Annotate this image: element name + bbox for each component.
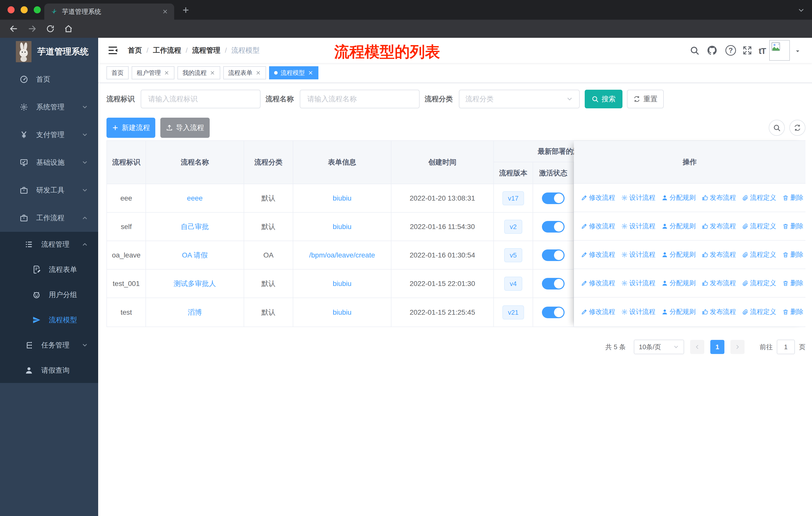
breadcrumb-item[interactable]: 工作流程: [153, 46, 181, 55]
op-delete-link[interactable]: 删除: [782, 279, 804, 288]
tab-search-chevron-icon[interactable]: [798, 6, 805, 14]
op-modify-link[interactable]: 修改流程: [581, 279, 615, 288]
op-delete-link[interactable]: 删除: [782, 193, 804, 202]
page-size-select[interactable]: 10条/页: [634, 340, 684, 354]
sidebar-item-leave-query[interactable]: 请假查询: [0, 358, 98, 383]
reset-button[interactable]: 重置: [627, 90, 664, 108]
page-number-current[interactable]: 1: [710, 340, 724, 354]
process-name-link[interactable]: OA 请假: [182, 250, 208, 260]
op-design-link[interactable]: 设计流程: [621, 307, 656, 316]
process-name-link[interactable]: eeee: [187, 194, 203, 202]
active-toggle[interactable]: [542, 192, 564, 204]
close-icon[interactable]: [164, 70, 169, 76]
app-logo[interactable]: 芋道管理系统: [0, 38, 98, 65]
sidebar-item-process-model[interactable]: 流程模型: [0, 307, 98, 332]
tag-tab-tenant[interactable]: 租户管理: [132, 66, 174, 79]
sidebar-item-home[interactable]: 首页: [0, 65, 98, 93]
import-process-button[interactable]: 导入流程: [160, 118, 210, 138]
close-window-button[interactable]: [7, 6, 14, 13]
sidebar-item-devtools[interactable]: 研发工具: [0, 176, 98, 204]
op-modify-link[interactable]: 修改流程: [581, 307, 615, 316]
op-design-link[interactable]: 设计流程: [621, 279, 656, 288]
form-info-link[interactable]: /bpm/oa/leave/create: [309, 251, 375, 259]
sidebar-fold-icon[interactable]: [107, 45, 118, 56]
op-definition-link[interactable]: 流程定义: [742, 193, 776, 202]
op-definition-link[interactable]: 流程定义: [742, 250, 776, 259]
op-modify-link[interactable]: 修改流程: [581, 250, 615, 259]
op-publish-link[interactable]: 发布流程: [702, 222, 736, 230]
avatar[interactable]: [769, 40, 790, 61]
help-icon[interactable]: ?: [725, 45, 736, 56]
op-assign-rule-link[interactable]: 分配规则: [662, 222, 696, 230]
process-id-input[interactable]: [141, 90, 261, 108]
close-icon[interactable]: [308, 70, 313, 76]
forward-icon[interactable]: [28, 24, 37, 33]
sidebar-item-workflow[interactable]: 工作流程: [0, 204, 98, 232]
op-design-link[interactable]: 设计流程: [621, 250, 656, 259]
tab-close-icon[interactable]: [162, 8, 168, 15]
form-info-link[interactable]: biubiu: [333, 308, 352, 317]
sidebar-item-infrastructure[interactable]: 基础设施: [0, 148, 98, 176]
op-delete-link[interactable]: 删除: [782, 307, 804, 316]
breadcrumb-item[interactable]: 首页: [128, 46, 142, 55]
active-toggle[interactable]: [542, 249, 564, 261]
active-toggle[interactable]: [542, 307, 564, 318]
tag-tab-process-form[interactable]: 流程表单: [223, 66, 266, 79]
form-info-link[interactable]: biubiu: [333, 194, 352, 202]
new-tab-button[interactable]: [182, 6, 190, 14]
close-icon[interactable]: [210, 70, 215, 76]
show-search-toggle-button[interactable]: [769, 120, 785, 136]
process-name-link[interactable]: 自己审批: [181, 222, 209, 232]
op-modify-link[interactable]: 修改流程: [581, 193, 615, 202]
refresh-table-button[interactable]: [789, 120, 806, 136]
op-definition-link[interactable]: 流程定义: [742, 307, 776, 316]
op-publish-link[interactable]: 发布流程: [702, 250, 736, 259]
sidebar-item-payment[interactable]: 支付管理: [0, 121, 98, 148]
home-icon[interactable]: [64, 24, 73, 33]
op-design-link[interactable]: 设计流程: [621, 222, 656, 230]
goto-page-input[interactable]: [777, 340, 795, 354]
avatar-caret-down-icon[interactable]: [794, 48, 801, 54]
breadcrumb-item[interactable]: 流程管理: [192, 46, 221, 55]
tag-tab-home[interactable]: 首页: [107, 66, 128, 79]
op-design-link[interactable]: 设计流程: [621, 193, 656, 202]
op-delete-link[interactable]: 删除: [782, 222, 804, 230]
process-name-link[interactable]: 测试多审批人: [174, 279, 216, 289]
op-publish-link[interactable]: 发布流程: [702, 279, 736, 288]
create-process-button[interactable]: 新建流程: [107, 118, 155, 138]
search-button[interactable]: 搜索: [585, 90, 622, 108]
reload-icon[interactable]: [46, 24, 55, 33]
op-definition-link[interactable]: 流程定义: [742, 222, 776, 230]
op-modify-link[interactable]: 修改流程: [581, 222, 615, 230]
sidebar-item-process-form[interactable]: 流程表单: [0, 257, 98, 282]
sidebar-item-system[interactable]: 系统管理: [0, 93, 98, 121]
maximize-window-button[interactable]: [34, 6, 41, 13]
sidebar-item-task-management[interactable]: 任务管理: [0, 332, 98, 358]
next-page-button[interactable]: [730, 340, 745, 354]
process-category-select[interactable]: 流程分类: [459, 90, 580, 108]
op-assign-rule-link[interactable]: 分配规则: [662, 307, 696, 316]
browser-tab[interactable]: 芋道管理系统: [44, 3, 174, 20]
close-icon[interactable]: [256, 70, 261, 76]
search-icon[interactable]: [690, 46, 699, 55]
back-icon[interactable]: [9, 24, 18, 33]
minimize-window-button[interactable]: [21, 6, 28, 13]
font-size-icon[interactable]: tT: [759, 46, 766, 56]
prev-page-button[interactable]: [690, 340, 704, 354]
tag-tab-my-process[interactable]: 我的流程: [177, 66, 220, 79]
op-assign-rule-link[interactable]: 分配规则: [662, 193, 696, 202]
op-assign-rule-link[interactable]: 分配规则: [662, 279, 696, 288]
op-publish-link[interactable]: 发布流程: [702, 307, 736, 316]
active-toggle[interactable]: [542, 221, 564, 233]
op-assign-rule-link[interactable]: 分配规则: [662, 250, 696, 259]
process-name-input[interactable]: [300, 90, 419, 108]
active-toggle[interactable]: [542, 278, 564, 290]
op-definition-link[interactable]: 流程定义: [742, 279, 776, 288]
form-info-link[interactable]: biubiu: [333, 280, 352, 288]
github-icon[interactable]: [707, 46, 717, 55]
op-delete-link[interactable]: 删除: [782, 250, 804, 259]
sidebar-item-user-group[interactable]: 用户分组: [0, 282, 98, 307]
op-publish-link[interactable]: 发布流程: [702, 193, 736, 202]
tag-tab-process-model[interactable]: 流程模型: [269, 66, 318, 79]
process-name-link[interactable]: 滔博: [188, 308, 202, 317]
